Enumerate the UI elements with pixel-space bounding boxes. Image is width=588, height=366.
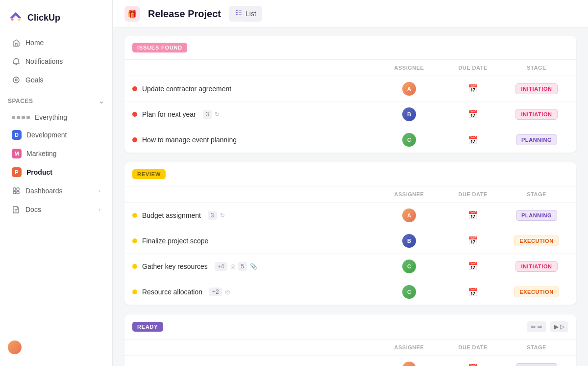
calendar-icon: 📅 (468, 261, 478, 271)
task-row[interactable]: How to manage event planning C 📅 PLANNIN… (124, 127, 576, 153)
stage-cell: INITIATION (505, 109, 568, 120)
meta-link-icon: ◎ (230, 263, 235, 270)
date-cell: 📅 (441, 210, 505, 220)
user-avatar[interactable] (8, 340, 22, 354)
priority-dot (132, 213, 137, 218)
assignee-cell: C (377, 260, 441, 273)
meta-count: 3 (203, 110, 212, 119)
stage-cell: PLANNING (505, 363, 568, 366)
assignee-cell: A (377, 82, 441, 96)
calendar-icon: 📅 (468, 210, 478, 220)
priority-dot (132, 137, 137, 142)
avatar: C (402, 260, 416, 273)
meta-count5: 5 (238, 262, 247, 271)
sidebar-section-docs[interactable]: Docs › (4, 201, 108, 218)
group-review: REVIEW ASSIGNEE DUE DATE STAGE Budget as… (124, 162, 576, 305)
sidebar-item-product[interactable]: P Product (4, 163, 108, 181)
svg-rect-12 (236, 10, 238, 11)
task-left: Resource allocation +2 ◎ (132, 288, 377, 296)
task-name: Resource allocation (142, 288, 202, 296)
assignee-cell: A (377, 209, 441, 222)
task-row[interactable]: Plan for next year 3 ↻ B 📅 INITIATION (124, 102, 576, 127)
task-row[interactable]: New contractor agreement A 📅 PLANNING (124, 356, 576, 366)
group-header-review: REVIEW (124, 162, 576, 186)
col-assignee-label-0: ASSIGNEE (377, 60, 441, 76)
task-row[interactable]: Finalize project scope B 📅 EXECUTION (124, 228, 576, 254)
task-row[interactable]: Budget assignment 3 ↻ A 📅 PLANNING (124, 203, 576, 228)
date-cell: 📅 (441, 109, 505, 119)
meta-repeat-icon: ↻ (220, 212, 225, 219)
control-btn-1[interactable]: ⇦ ⇨ (527, 321, 546, 332)
avatar: A (402, 82, 416, 96)
avatar: B (402, 234, 416, 248)
docs-label: Docs (25, 206, 41, 213)
dashboards-icon (12, 186, 21, 195)
task-row[interactable]: Update contractor agreement A 📅 INITIATI… (124, 76, 576, 102)
main-content: 🎁 Release Project List ISSUES FOUND ASSI… (113, 0, 588, 366)
dashboards-label: Dashboards (25, 187, 63, 195)
nav-notifications[interactable]: Notifications (4, 52, 108, 70)
development-dot: D (12, 130, 22, 140)
svg-point-5 (15, 79, 17, 81)
calendar-icon: 📅 (468, 135, 478, 145)
meta-count: 3 (208, 211, 217, 220)
nav-goals[interactable]: Goals (4, 71, 108, 89)
group-issues-found: ISSUES FOUND ASSIGNEE DUE DATE STAGE Upd… (124, 36, 576, 153)
list-view-icon (235, 9, 243, 19)
col-assignee-0 (132, 60, 377, 76)
task-row[interactable]: Resource allocation +2 ◎ C 📅 EXECUTION (124, 279, 576, 305)
date-cell: 📅 (441, 135, 505, 145)
home-icon (12, 38, 21, 47)
sidebar-item-development[interactable]: D Development (4, 126, 108, 144)
group-controls: ⇦ ⇨ ▶ ▷ (527, 321, 568, 332)
meta-link-icon: ◎ (225, 288, 230, 295)
task-name: New contractor agreement (142, 365, 223, 366)
stage-badge: PLANNING (516, 210, 557, 221)
space-marketing-label: Marketing (26, 150, 56, 157)
group-header-issues: ISSUES FOUND (124, 36, 576, 60)
nav-home-label: Home (25, 39, 44, 47)
group-label-issues: ISSUES FOUND (132, 43, 187, 52)
svg-rect-8 (13, 191, 16, 194)
priority-dot (132, 86, 137, 91)
svg-rect-7 (17, 188, 19, 190)
col-duedate-label-1: DUE DATE (441, 186, 505, 202)
stage-cell: INITIATION (505, 261, 568, 272)
svg-rect-15 (239, 10, 242, 11)
task-left: Plan for next year 3 ↻ (132, 110, 377, 119)
task-name: Update contractor agreement (142, 85, 231, 93)
meta-plus4: +4 (215, 262, 227, 271)
column-headers-review: ASSIGNEE DUE DATE STAGE (124, 186, 576, 203)
assignee-cell: C (377, 133, 441, 147)
sidebar-item-everything[interactable]: Everything (4, 109, 108, 125)
calendar-icon: 📅 (468, 236, 478, 245)
group-label-review: REVIEW (132, 169, 166, 179)
col-duedate-label-2: DUE DATE (441, 340, 505, 355)
nav-home[interactable]: Home (4, 34, 108, 52)
col-stage-label-0: STAGE (505, 60, 568, 76)
col-task-ready (132, 340, 377, 355)
space-development-label: Development (26, 131, 67, 139)
spaces-header: Spaces ⌄ (0, 93, 112, 109)
view-list-button[interactable]: List (229, 6, 262, 22)
task-name: Gather key resources (142, 262, 208, 270)
control-btn-2[interactable]: ▶ ▷ (550, 321, 568, 332)
docs-icon (12, 205, 21, 214)
sidebar-item-marketing[interactable]: M Marketing (4, 145, 108, 162)
meta-attach-icon: 📎 (250, 263, 257, 270)
col-duedate-label-0: DUE DATE (441, 60, 505, 76)
task-row[interactable]: Gather key resources +4 ◎ 5 📎 C 📅 INITIA… (124, 254, 576, 279)
spaces-collapse-icon[interactable]: ⌄ (98, 97, 105, 105)
group-ready: READY ⇦ ⇨ ▶ ▷ ASSIGNEE DUE DATE STAGE Ne… (124, 314, 576, 366)
sidebar-section-dashboards[interactable]: Dashboards › (4, 182, 108, 200)
stage-badge: INITIATION (515, 83, 557, 94)
date-cell: 📅 (441, 236, 505, 245)
calendar-icon: 📅 (468, 364, 478, 366)
stage-badge: EXECUTION (514, 287, 559, 297)
nav-notifications-label: Notifications (25, 57, 63, 65)
priority-dot (132, 112, 137, 117)
col-task-0 (132, 186, 377, 202)
task-name: How to manage event planning (142, 136, 237, 144)
task-left: How to manage event planning (132, 136, 377, 144)
task-left: Finalize project scope (132, 237, 377, 245)
